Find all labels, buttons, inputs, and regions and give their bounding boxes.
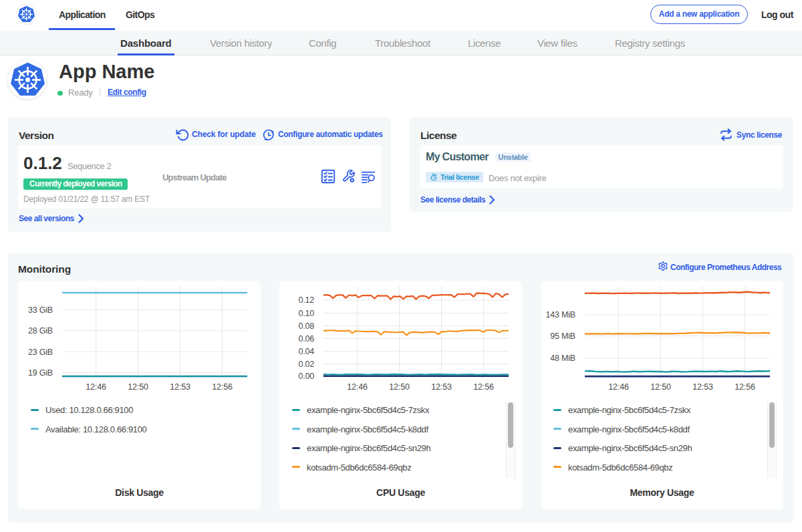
svg-text:95 MiB: 95 MiB [550,331,575,341]
svg-text:28 GiB: 28 GiB [28,326,53,336]
svg-text:12:46: 12:46 [347,382,368,392]
svg-text:0.06: 0.06 [298,334,314,344]
svg-text:12:53: 12:53 [170,382,190,392]
svg-text:12:56: 12:56 [212,382,233,392]
svg-text:12:50: 12:50 [128,382,148,392]
svg-text:12:46: 12:46 [86,382,106,392]
svg-text:33 GiB: 33 GiB [28,305,53,315]
svg-text:0.10: 0.10 [298,309,314,318]
svg-text:12:56: 12:56 [734,382,755,392]
svg-text:23 GiB: 23 GiB [28,348,53,357]
svg-text:0.04: 0.04 [298,347,314,356]
svg-text:0.12: 0.12 [298,295,314,305]
svg-text:48 MiB: 48 MiB [550,354,575,363]
svg-text:12:50: 12:50 [389,382,410,392]
svg-text:12:56: 12:56 [473,382,494,392]
svg-text:12:53: 12:53 [431,382,452,392]
svg-text:12:46: 12:46 [608,382,629,392]
svg-text:19 GiB: 19 GiB [28,368,53,378]
svg-text:143 MiB: 143 MiB [546,310,575,319]
svg-text:0.02: 0.02 [298,360,314,369]
svg-text:12:53: 12:53 [692,382,713,392]
svg-text:0.08: 0.08 [298,321,314,331]
svg-text:12:50: 12:50 [650,382,671,392]
svg-text:0.00: 0.00 [298,372,314,381]
